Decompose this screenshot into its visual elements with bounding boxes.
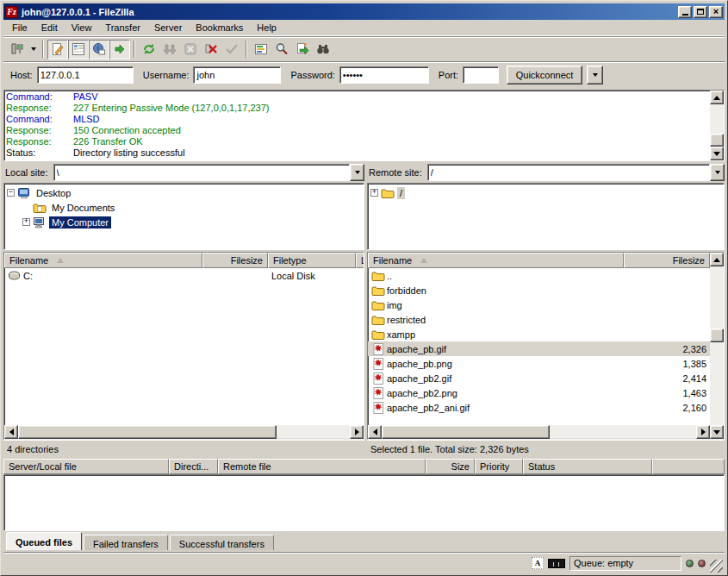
log-line: Response:150 Connection accepted	[6, 125, 710, 136]
menu-file[interactable]: File	[5, 21, 34, 34]
host-input[interactable]	[37, 66, 134, 84]
chevron-down-icon	[593, 73, 598, 77]
remote-row[interactable]: xampp	[368, 327, 710, 341]
local-row-c-drive[interactable]: C: Local Disk	[4, 268, 364, 283]
remote-site-input[interactable]	[427, 164, 710, 181]
scroll-right-button[interactable]	[350, 425, 364, 439]
toggle-local-tree-button[interactable]	[68, 40, 89, 59]
scroll-thumb[interactable]	[710, 134, 724, 147]
expand-toggle[interactable]: +	[22, 218, 30, 226]
sort-ascending-icon	[57, 258, 64, 263]
menu-bookmarks[interactable]: Bookmarks	[189, 21, 250, 34]
chevron-down-icon	[715, 171, 720, 174]
tab-failed-transfers[interactable]: Failed transfers	[84, 535, 168, 550]
remote-row[interactable]: restricted	[368, 312, 710, 327]
maximize-button[interactable]	[694, 6, 707, 18]
menu-server[interactable]: Server	[147, 21, 189, 34]
tab-queued-files[interactable]: Queued files	[6, 532, 82, 550]
scroll-up-button[interactable]	[710, 253, 724, 266]
resize-grip[interactable]	[710, 560, 723, 573]
menu-help[interactable]: Help	[250, 21, 283, 34]
status-bar: A Queue: empty	[3, 552, 725, 573]
filter-button[interactable]	[251, 40, 271, 59]
close-button[interactable]: ×	[709, 6, 723, 18]
column-direction[interactable]: Directi...	[169, 459, 218, 474]
scroll-track	[18, 425, 350, 439]
column-server-local-file[interactable]: Server/Local file	[3, 459, 169, 474]
abort-comparison-button[interactable]	[221, 40, 242, 59]
scroll-thumb[interactable]	[18, 425, 277, 439]
column-filetype[interactable]: Filetype	[268, 253, 356, 268]
minimize-button[interactable]	[678, 6, 692, 18]
port-input[interactable]	[463, 66, 499, 84]
chevron-down-icon	[355, 171, 360, 174]
site-manager-button[interactable]	[7, 40, 28, 59]
directory-comparison-button[interactable]	[271, 40, 292, 59]
synchronized-browsing-button[interactable]	[292, 40, 313, 59]
maximize-icon	[697, 9, 704, 15]
column-size[interactable]: Size	[426, 459, 475, 474]
scroll-right-button[interactable]	[696, 425, 710, 439]
column-filesize[interactable]: Filesize	[202, 253, 268, 268]
column-remote-file[interactable]: Remote file	[218, 459, 426, 474]
local-site-input[interactable]	[53, 164, 350, 181]
remote-row[interactable]: ..	[368, 268, 710, 283]
file-panes: Local site: − Desktop My Documents	[3, 163, 725, 457]
menu-edit[interactable]: Edit	[34, 21, 65, 34]
column-status[interactable]: Status	[523, 459, 652, 474]
column-filename[interactable]: Filename	[368, 253, 624, 268]
tab-successful-transfers[interactable]: Successful transfers	[170, 535, 274, 550]
remote-row[interactable]: forbidden	[368, 283, 710, 297]
refresh-button[interactable]	[139, 40, 159, 59]
local-site-dropdown[interactable]	[350, 164, 364, 181]
find-files-button[interactable]	[313, 40, 333, 59]
username-input[interactable]	[193, 66, 281, 84]
scroll-up-button[interactable]	[710, 91, 724, 104]
image-file-icon	[371, 372, 385, 385]
encryption-indicator-icon	[548, 559, 565, 568]
tree-item-my-computer[interactable]: + My Computer	[7, 215, 364, 229]
cancel-operation-button[interactable]	[180, 40, 201, 59]
scroll-down-button[interactable]	[710, 147, 724, 160]
column-priority[interactable]: Priority	[475, 459, 523, 474]
menu-view[interactable]: View	[65, 21, 99, 34]
remote-row[interactable]: apache_pb.png 1,385	[368, 356, 710, 371]
disconnect-button[interactable]	[201, 40, 221, 59]
toggle-remote-tree-button[interactable]	[89, 40, 109, 59]
quickconnect-bar: Host: Username: Password: Port: Quickcon…	[3, 61, 725, 88]
menu-transfer[interactable]: Transfer	[98, 21, 147, 34]
local-site-row: Local site:	[3, 163, 364, 181]
site-manager-dropdown[interactable]	[28, 40, 39, 59]
process-queue-button[interactable]	[159, 40, 180, 59]
quickconnect-button[interactable]: Quickconnect	[507, 66, 582, 85]
collapse-toggle[interactable]: −	[7, 189, 15, 197]
toggle-queue-view-button[interactable]	[109, 40, 130, 59]
remote-site-dropdown[interactable]	[710, 164, 725, 181]
column-last-modified[interactable]: L	[356, 253, 364, 268]
chevron-down-icon	[31, 47, 36, 51]
remote-row-selected[interactable]: apache_pb.gif 2,326	[368, 341, 710, 356]
column-filename[interactable]: Filename	[4, 253, 202, 268]
scroll-down-button[interactable]	[710, 425, 724, 439]
arrow-left-icon	[373, 429, 377, 435]
scroll-thumb[interactable]	[382, 425, 550, 439]
activity-led-red	[698, 560, 706, 567]
remote-row[interactable]: img	[368, 297, 710, 312]
remote-row[interactable]: apache_pb2_ani.gif 2,160	[368, 400, 710, 415]
scroll-left-button[interactable]	[4, 425, 18, 439]
site-manager-icon	[10, 42, 24, 56]
quickconnect-dropdown[interactable]	[587, 66, 603, 85]
tree-item-desktop[interactable]: − Desktop	[7, 185, 364, 200]
remote-row[interactable]: apache_pb2.gif 2,414	[368, 371, 710, 385]
scroll-thumb[interactable]	[710, 329, 724, 342]
tree-item-my-documents[interactable]: My Documents	[7, 200, 364, 215]
remote-row[interactable]: apache_pb2.png 1,463	[368, 385, 710, 400]
column-filesize[interactable]: Filesize	[624, 253, 710, 268]
expand-toggle[interactable]: +	[370, 189, 378, 197]
tree-item-root[interactable]: + /	[370, 185, 724, 200]
scroll-left-button[interactable]	[368, 425, 382, 439]
password-input[interactable]	[339, 66, 429, 84]
toggle-log-view-button[interactable]	[47, 40, 68, 59]
remote-pane: Remote site: + / Filename Filesize	[367, 163, 725, 457]
local-tree: − Desktop My Documents + My Computer	[3, 183, 364, 250]
